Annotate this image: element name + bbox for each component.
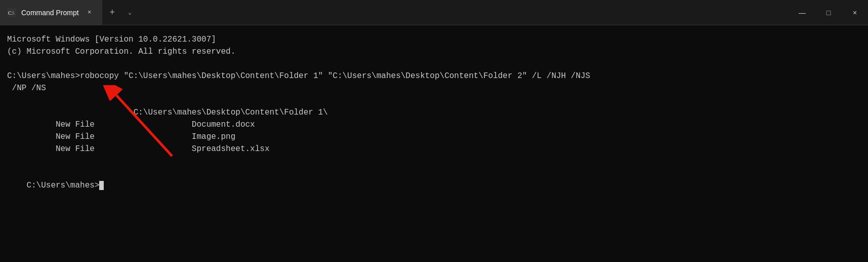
svg-text:C:\: C:\	[8, 10, 14, 16]
titlebar: C:\ Command Prompt × + ⌄ — □ ×	[0, 0, 868, 25]
terminal-line-10: New File Spreadsheet.xlsx	[7, 143, 861, 155]
tab-area: C:\ Command Prompt × + ⌄	[0, 0, 789, 25]
terminal-line-8: New File Document.docx	[7, 119, 861, 131]
terminal-line-6	[7, 94, 861, 106]
terminal-line-12: C:\Users\mahes>	[7, 167, 861, 204]
terminal-line-4: C:\Users\mahes>robocopy "C:\Users\mahes\…	[7, 70, 861, 82]
tab-title: Command Prompt	[21, 9, 79, 17]
active-tab[interactable]: C:\ Command Prompt ×	[0, 0, 102, 25]
terminal-line-3	[7, 58, 861, 70]
cmd-icon: C:\	[7, 8, 16, 17]
window-controls: — □ ×	[789, 0, 868, 25]
terminal-line-7: C:\Users\mahes\Desktop\Content\Folder 1\	[7, 106, 861, 119]
new-tab-button[interactable]: +	[102, 0, 122, 25]
tab-dropdown-button[interactable]: ⌄	[122, 0, 138, 25]
terminal-cursor	[99, 181, 104, 190]
terminal-line-2: (c) Microsoft Corporation. All rights re…	[7, 46, 861, 58]
terminal-line-5: /NP /NS	[7, 82, 861, 94]
terminal-line-1: Microsoft Windows [Version 10.0.22621.30…	[7, 33, 861, 46]
window-close-button[interactable]: ×	[842, 0, 868, 25]
tab-close-button[interactable]: ×	[84, 7, 95, 18]
terminal-body[interactable]: Microsoft Windows [Version 10.0.22621.30…	[0, 25, 868, 262]
terminal-line-11	[7, 155, 861, 167]
terminal-line-9: New File Image.png	[7, 131, 861, 143]
minimize-button[interactable]: —	[789, 0, 815, 25]
maximize-button[interactable]: □	[815, 0, 842, 25]
